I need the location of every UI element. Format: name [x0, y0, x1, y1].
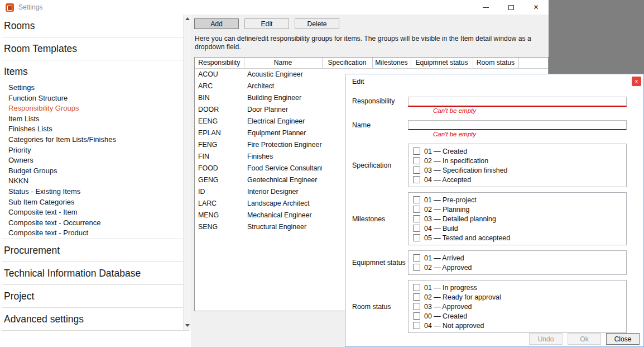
- sidebar-subitem-sub-item-categories[interactable]: Sub Item Categories: [0, 197, 191, 208]
- sidebar-subitem-function-structure[interactable]: Function Structure: [0, 93, 191, 104]
- checkbox-icon[interactable]: [413, 322, 420, 329]
- column-header-milestones[interactable]: Milestones: [372, 58, 411, 68]
- checkbox-option[interactable]: 03 — Approved: [413, 302, 626, 311]
- sidebar-item-advanced-settings[interactable]: Advanced settings: [0, 308, 191, 330]
- undo-button[interactable]: Undo: [529, 333, 563, 345]
- sidebar-subitem-categories-for-item-lists-finishes[interactable]: Categories for Item Lists/Finishes: [0, 135, 191, 145]
- checkbox-option[interactable]: 04 — Accepted: [413, 175, 626, 184]
- room-status-group-row: Room status 01 — In progress 02 — Ready …: [345, 280, 643, 333]
- responsibility-error-text: Can't be empty: [433, 107, 627, 115]
- checkbox-icon[interactable]: [413, 167, 420, 174]
- checkbox-option[interactable]: 04 — Not approved: [413, 321, 626, 330]
- scroll-down-icon[interactable]: [185, 324, 190, 327]
- checkbox-icon[interactable]: [413, 303, 420, 310]
- description-line-2: dropdown field.: [195, 43, 531, 51]
- column-header-equipment-status[interactable]: Equipmnet status: [411, 58, 473, 68]
- specification-group-row: Specification 01 — Created 02 — In speci…: [345, 144, 643, 187]
- sidebar-subitem-priority[interactable]: Priority: [0, 145, 191, 156]
- cell-responsibility: MENG: [195, 209, 244, 221]
- name-label: Name: [345, 120, 408, 139]
- checkbox-icon[interactable]: [413, 225, 420, 232]
- responsibility-input[interactable]: [408, 97, 627, 107]
- delete-button[interactable]: Delete: [295, 18, 339, 29]
- sidebar-subitem-item-lists[interactable]: Item Lists: [0, 114, 191, 125]
- sidebar-subitem-nkkn[interactable]: NKKN: [0, 176, 191, 187]
- column-header-room-status[interactable]: Room status: [473, 58, 518, 68]
- dialog-close-button[interactable]: x: [632, 77, 641, 86]
- cell-responsibility: EPLAN: [195, 127, 244, 139]
- name-input[interactable]: [408, 120, 627, 130]
- checkbox-icon[interactable]: [413, 264, 420, 271]
- column-header-responsibility[interactable]: Responsibility: [195, 58, 244, 68]
- sidebar-subitem-settings[interactable]: Settings: [0, 83, 191, 93]
- cell-name: Geotechnical Engineer: [244, 174, 322, 186]
- window-titlebar[interactable]: Settings ✕: [0, 0, 549, 15]
- table-header-row: Responsibility Name Specification Milest…: [195, 58, 548, 68]
- checkbox-option[interactable]: 02 — In specification: [413, 156, 626, 165]
- minimize-button[interactable]: [473, 0, 498, 15]
- checkbox-option[interactable]: 05 — Tested and accepteed: [413, 233, 626, 243]
- room-status-groupbox: 01 — In progress 02 — Ready for approval…: [408, 280, 627, 333]
- close-button[interactable]: Close: [606, 333, 640, 345]
- checkbox-option[interactable]: 01 — In progress: [413, 283, 626, 292]
- sidebar-scrollbar[interactable]: [183, 15, 191, 330]
- checkbox-icon[interactable]: [413, 254, 420, 262]
- checkbox-option[interactable]: 02 — Approved: [413, 263, 626, 272]
- checkbox-option[interactable]: 02 — Ready for approval: [413, 292, 626, 302]
- checkbox-icon[interactable]: [413, 206, 420, 213]
- edit-button[interactable]: Edit: [244, 18, 289, 29]
- description-line-1: Here you can define/edit responsibility …: [195, 35, 531, 43]
- cell-responsibility: DOOR: [195, 103, 244, 115]
- sidebar-item-rooms[interactable]: Rooms: [0, 15, 191, 37]
- sidebar-item-room-templates[interactable]: Room Templates: [0, 37, 191, 60]
- sidebar-subitem-owners[interactable]: Owners: [0, 155, 191, 166]
- checkbox-icon[interactable]: [413, 234, 420, 241]
- sidebar-item-items[interactable]: Items: [0, 60, 191, 83]
- cell-name: Finishes: [244, 150, 322, 162]
- sidebar-item-procurement[interactable]: Procurement: [0, 239, 191, 262]
- cell-responsibility: GENG: [195, 174, 244, 186]
- maximize-button[interactable]: [498, 0, 523, 15]
- sidebar-subitem-responsibility-groups[interactable]: Responsibility Groups: [0, 103, 191, 114]
- checkbox-option[interactable]: 00 — Created: [413, 311, 626, 321]
- add-button[interactable]: Add: [194, 18, 239, 29]
- description-text: Here you can define/edit responsibility …: [195, 35, 531, 51]
- sidebar-subitem-composite-text-item[interactable]: Composite text - Item: [0, 207, 191, 218]
- sidebar-item-technical-information-database[interactable]: Technical Information Database: [0, 262, 191, 284]
- sidebar-subitem-composite-text-product[interactable]: Composite text - Product: [0, 228, 191, 239]
- checkbox-option[interactable]: 03 — Specification finished: [413, 165, 626, 175]
- checkbox-icon[interactable]: [413, 284, 420, 291]
- specification-groupbox: 01 — Created 02 — In specification 03 — …: [408, 144, 627, 187]
- window-close-button[interactable]: ✕: [523, 0, 549, 15]
- checkbox-option[interactable]: 02 — Planning: [413, 205, 626, 214]
- equipment-status-label: Equipmnet status: [345, 259, 408, 267]
- sidebar-subitem-budget-groups[interactable]: Budget Groups: [0, 166, 191, 177]
- checkbox-option[interactable]: 01 — Arrived: [413, 253, 626, 263]
- checkbox-icon[interactable]: [413, 148, 420, 155]
- checkbox-option[interactable]: 03 — Detailed planning: [413, 214, 626, 224]
- sidebar: Rooms Room Templates Items Settings Func…: [0, 15, 191, 347]
- dialog-titlebar[interactable]: Edit x: [345, 74, 643, 89]
- checkbox-option[interactable]: 04 — Build: [413, 224, 626, 233]
- sidebar-subitem-composite-text-occurrence[interactable]: Composite text - Occurrence: [0, 218, 191, 229]
- checkbox-icon[interactable]: [413, 196, 420, 203]
- sidebar-item-project[interactable]: Project: [0, 285, 191, 307]
- window-title: Settings: [18, 3, 42, 11]
- checkbox-icon[interactable]: [413, 157, 420, 164]
- cell-responsibility: ARC: [195, 80, 244, 92]
- maximize-icon: [508, 5, 514, 10]
- column-header-name[interactable]: Name: [244, 58, 322, 68]
- checkbox-icon[interactable]: [413, 312, 420, 320]
- checkbox-icon[interactable]: [413, 176, 420, 183]
- checkbox-option[interactable]: 01 — Created: [413, 146, 626, 156]
- scroll-up-icon[interactable]: [185, 17, 190, 20]
- checkbox-icon[interactable]: [413, 215, 420, 222]
- checkbox-option[interactable]: 01 — Pre-project: [413, 195, 626, 205]
- column-header-specification[interactable]: Specification: [322, 58, 372, 68]
- ok-button[interactable]: Ok: [568, 333, 601, 345]
- sidebar-subitem-status-existing-items[interactable]: Status - Existing Items: [0, 187, 191, 197]
- cell-responsibility: SENG: [195, 221, 244, 232]
- checkbox-icon[interactable]: [413, 293, 420, 301]
- cell-name: Door Planner: [244, 103, 322, 115]
- sidebar-subitem-finishes-lists[interactable]: Finishes Lists: [0, 124, 191, 135]
